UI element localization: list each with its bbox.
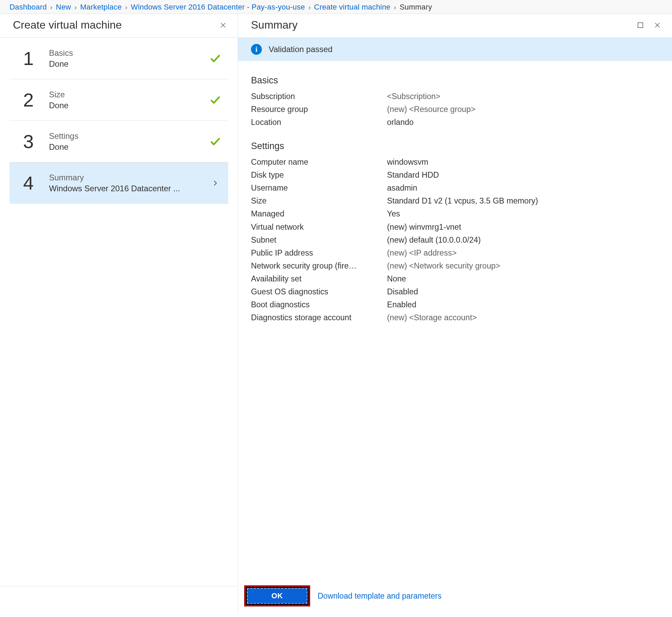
summary-row: Public IP address(new) <IP address>: [251, 246, 659, 259]
summary-key: Disk type: [251, 168, 387, 181]
summary-row: Subnet(new) default (10.0.0.0/24): [251, 233, 659, 246]
ok-button[interactable]: OK: [247, 588, 307, 604]
summary-key: Managed: [251, 207, 387, 220]
summary-value: asadmin: [387, 181, 417, 194]
summary-key: Diagnostics storage account: [251, 311, 387, 324]
summary-row: Availability setNone: [251, 272, 659, 285]
summary-key: Location: [251, 116, 387, 129]
wizard-steps: 1 Basics Done 2 Size Done: [0, 38, 238, 204]
breadcrumb-link-offer[interactable]: Windows Server 2016 Datacenter - Pay-as-…: [131, 3, 305, 12]
chevron-right-icon: ›: [308, 3, 311, 11]
step-title: Basics: [49, 48, 200, 58]
summary-value: (new) default (10.0.0.0/24): [387, 233, 481, 246]
step-subtitle: Done: [49, 142, 199, 152]
summary-value: Disabled: [387, 285, 418, 298]
summary-key: Subnet: [251, 233, 387, 246]
step-subtitle: Done: [49, 59, 199, 69]
summary-panel: Summary i Validation passed Basics Subsc…: [238, 14, 672, 614]
summary-key: Resource group: [251, 103, 387, 116]
step-summary[interactable]: 4 Summary Windows Server 2016 Datacenter…: [10, 162, 228, 204]
summary-key: Guest OS diagnostics: [251, 285, 387, 298]
summary-key: Computer name: [251, 156, 387, 168]
step-basics[interactable]: 1 Basics Done: [10, 38, 228, 79]
breadcrumb-current: Summary: [400, 3, 432, 12]
summary-value: Standard HDD: [387, 168, 439, 181]
step-title: Settings: [49, 131, 200, 141]
summary-footer: OK Download template and parameters: [238, 579, 672, 614]
summary-row: Resource group(new) <Resource group>: [251, 103, 659, 116]
summary-row: Diagnostics storage account(new) <Storag…: [251, 311, 659, 324]
summary-title: Summary: [251, 19, 298, 31]
summary-row: SizeStandard D1 v2 (1 vcpus, 3.5 GB memo…: [251, 194, 659, 207]
ok-button-highlight: OK: [244, 585, 310, 606]
chevron-right-icon: ›: [125, 3, 128, 11]
summary-value: (new) <Resource group>: [387, 103, 475, 116]
summary-key: Username: [251, 181, 387, 194]
chevron-right-icon: ›: [394, 3, 396, 11]
summary-value: (new) <Storage account>: [387, 311, 477, 324]
summary-row: Network security group (fire…(new) <Netw…: [251, 259, 659, 272]
section-heading-settings: Settings: [251, 141, 659, 151]
summary-row: Location orlando: [251, 116, 659, 129]
summary-value: (new) <Network security group>: [387, 259, 500, 272]
info-icon: i: [251, 44, 262, 55]
summary-value: orlando: [387, 116, 414, 129]
summary-key: Virtual network: [251, 221, 387, 233]
download-template-link[interactable]: Download template and parameters: [318, 591, 441, 601]
summary-key: Size: [251, 194, 387, 207]
summary-row: Virtual network(new) winvmrg1-vnet: [251, 221, 659, 233]
section-heading-basics: Basics: [251, 75, 659, 86]
validation-banner: i Validation passed: [238, 38, 672, 61]
svg-rect-0: [638, 22, 643, 28]
checkmark-icon: [209, 94, 221, 106]
chevron-right-icon: ›: [50, 3, 52, 11]
breadcrumb-link-marketplace[interactable]: Marketplace: [80, 3, 122, 12]
chevron-right-icon: ›: [74, 3, 77, 11]
summary-key: Boot diagnostics: [251, 298, 387, 311]
wizard-footer: [0, 586, 238, 614]
summary-value: Enabled: [387, 298, 416, 311]
step-number: 2: [23, 89, 39, 111]
breadcrumb: Dashboard › New › Marketplace › Windows …: [0, 0, 672, 14]
step-subtitle: Done: [49, 100, 199, 111]
summary-value: (new) <IP address>: [387, 246, 457, 259]
summary-row: Disk typeStandard HDD: [251, 168, 659, 181]
chevron-right-icon: [209, 177, 221, 189]
step-title: Summary: [49, 172, 200, 183]
summary-key: Network security group (fire…: [251, 259, 387, 272]
summary-value: windowsvm: [387, 156, 428, 168]
checkmark-icon: [209, 135, 221, 148]
breadcrumb-link-create-vm[interactable]: Create virtual machine: [314, 3, 391, 12]
step-subtitle: Windows Server 2016 Datacenter ...: [49, 183, 199, 194]
checkmark-icon: [209, 52, 221, 65]
summary-row: Subscription<Subscription>: [251, 90, 659, 103]
step-number: 3: [23, 130, 39, 152]
summary-value: Standard D1 v2 (1 vcpus, 3.5 GB memory): [387, 194, 538, 207]
validation-text: Validation passed: [269, 45, 333, 54]
summary-value: Yes: [387, 207, 400, 220]
step-size[interactable]: 2 Size Done: [10, 79, 228, 121]
breadcrumb-link-new[interactable]: New: [56, 3, 71, 12]
summary-row: ManagedYes: [251, 207, 659, 220]
summary-value: <Subscription>: [387, 90, 440, 103]
summary-row: Usernameasadmin: [251, 181, 659, 194]
step-title: Size: [49, 89, 200, 100]
summary-row: Computer namewindowsvm: [251, 156, 659, 168]
step-number: 1: [23, 47, 39, 69]
summary-value: None: [387, 272, 406, 285]
wizard-title: Create virtual machine: [13, 19, 122, 31]
summary-key: Subscription: [251, 90, 387, 103]
close-icon[interactable]: [219, 21, 228, 30]
wizard-panel: Create virtual machine 1 Basics Done: [0, 14, 238, 614]
summary-value: (new) winvmrg1-vnet: [387, 221, 461, 233]
step-settings[interactable]: 3 Settings Done: [10, 121, 228, 162]
close-icon[interactable]: [653, 21, 662, 30]
summary-row: Boot diagnosticsEnabled: [251, 298, 659, 311]
summary-row: Guest OS diagnosticsDisabled: [251, 285, 659, 298]
step-number: 4: [23, 172, 39, 194]
breadcrumb-link-dashboard[interactable]: Dashboard: [10, 3, 47, 12]
maximize-icon[interactable]: [636, 21, 645, 30]
summary-key: Availability set: [251, 272, 387, 285]
summary-key: Public IP address: [251, 246, 387, 259]
